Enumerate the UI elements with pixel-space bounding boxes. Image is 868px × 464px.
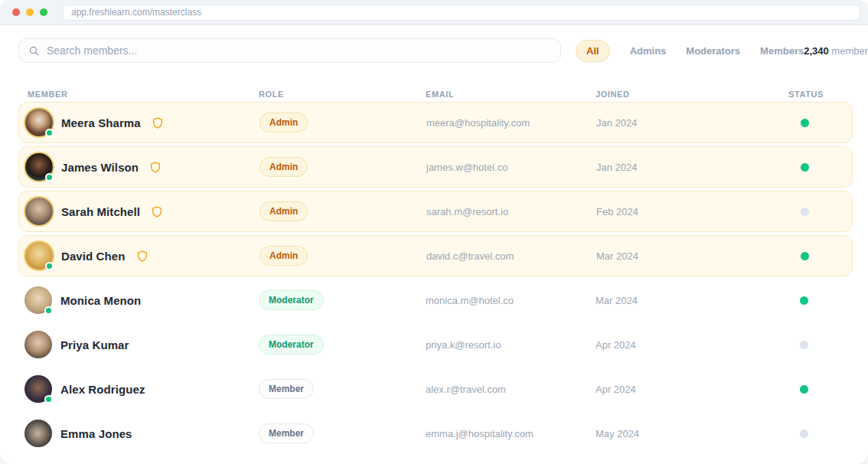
avatar [24, 375, 52, 403]
member-count-label: members [829, 45, 868, 57]
column-header-status: Status [788, 90, 853, 99]
avatar [24, 331, 52, 358]
filter-tab-moderators[interactable]: Moderators [686, 45, 740, 57]
search-icon [28, 45, 40, 57]
minimize-window-button[interactable] [26, 8, 34, 16]
member-joined: Mar 2024 [596, 250, 789, 262]
member-cell: Meera Sharma [19, 109, 259, 136]
member-joined: Feb 2024 [596, 206, 789, 217]
browser-window: app.freshlearn.com/masterclass All Admin… [0, 0, 868, 464]
table-row[interactable]: Sarah Mitchell Admin sarah.m@resort.io F… [18, 191, 853, 232]
address-bar[interactable]: app.freshlearn.com/masterclass [63, 5, 860, 21]
status-dot [801, 207, 809, 216]
member-joined: May 2024 [596, 428, 788, 439]
table-row[interactable]: Emma Jones Member emma.j@hospitality.com… [18, 413, 853, 454]
status-dot [800, 430, 808, 438]
member-name: Alex Rodriguez [60, 383, 145, 396]
close-window-button[interactable] [12, 8, 20, 16]
filter-tab-members[interactable]: Members [760, 45, 804, 57]
maximize-window-button[interactable] [40, 8, 47, 16]
table-row[interactable]: Meera Sharma Admin meera@hospitality.com… [18, 102, 853, 143]
avatar [24, 420, 52, 447]
member-count: 2,340 members [804, 45, 868, 57]
role-badge: Member [259, 379, 314, 399]
member-name: Monica Menon [60, 294, 141, 307]
shield-icon [136, 250, 148, 263]
column-header-member: Member [18, 90, 259, 99]
member-email: sarah.m@resort.io [426, 206, 596, 217]
member-email: alex.r@travel.com [426, 384, 596, 395]
role-badge: Admin [259, 113, 308, 132]
member-joined: Jan 2024 [596, 117, 789, 129]
member-email: james.w@hotel.co [426, 162, 596, 173]
member-name: David Chen [61, 250, 126, 263]
online-indicator [45, 262, 54, 270]
member-joined: Apr 2024 [596, 384, 788, 395]
member-joined: Mar 2024 [596, 295, 788, 306]
table-row[interactable]: David Chen Admin david.c@travel.com Mar … [18, 235, 853, 276]
member-name: Sarah Mitchell [61, 205, 140, 218]
status-dot [800, 296, 808, 305]
avatar [25, 109, 53, 136]
url-text: app.freshlearn.com/masterclass [71, 7, 201, 18]
member-name: Priya Kumar [60, 338, 129, 351]
role-badge: Moderator [259, 335, 324, 355]
member-email: david.c@travel.com [426, 250, 596, 262]
avatar [24, 286, 52, 314]
member-email: monica.m@hotel.co [426, 295, 596, 306]
filter-tab-all[interactable]: All [576, 40, 610, 62]
member-cell: Priya Kumar [18, 331, 259, 358]
role-badge: Member [259, 423, 314, 443]
member-name: Meera Sharma [61, 116, 141, 129]
member-cell: David Chen [19, 242, 259, 270]
member-name: Emma Jones [60, 427, 132, 440]
shield-icon [151, 205, 163, 218]
avatar [25, 153, 53, 181]
member-joined: Jan 2024 [596, 162, 789, 173]
member-cell: Alex Rodriguez [18, 375, 259, 403]
online-indicator [45, 173, 54, 181]
member-name: James Wilson [61, 161, 139, 174]
search-box[interactable] [18, 38, 561, 63]
column-header-email: Email [426, 90, 596, 99]
column-header-role: Role [259, 90, 426, 99]
avatar [25, 198, 53, 225]
member-email: priya.k@resort.io [426, 339, 596, 351]
filter-tabs: All Admins Moderators Members [576, 40, 804, 62]
member-joined: Apr 2024 [596, 339, 788, 351]
role-badge: Moderator [259, 290, 324, 310]
status-dot [801, 252, 809, 260]
table-row[interactable]: Monica Menon Moderator monica.m@hotel.co… [18, 279, 853, 321]
status-dot [801, 119, 809, 127]
member-count-value: 2,340 [804, 45, 829, 57]
status-dot [801, 163, 809, 172]
role-badge: Admin [259, 157, 308, 177]
status-dot [800, 385, 808, 394]
member-cell: Sarah Mitchell [19, 198, 259, 225]
shield-icon [152, 116, 164, 129]
role-badge: Admin [259, 246, 308, 266]
role-badge: Admin [259, 201, 308, 221]
avatar [25, 242, 53, 270]
shield-icon [149, 161, 162, 174]
status-dot [800, 341, 808, 349]
member-cell: Emma Jones [18, 420, 259, 447]
online-indicator [44, 306, 53, 315]
filter-tab-admins[interactable]: Admins [630, 45, 667, 57]
toolbar: All Admins Moderators Members 2,340 memb… [18, 38, 853, 63]
member-email: meera@hospitality.com [426, 117, 596, 129]
table-row[interactable]: James Wilson Admin james.w@hotel.co Jan … [18, 146, 853, 188]
member-cell: Monica Menon [18, 286, 259, 314]
column-header-joined: Joined [596, 90, 788, 99]
browser-chrome: app.freshlearn.com/masterclass [0, 0, 868, 25]
member-cell: James Wilson [19, 153, 259, 181]
online-indicator [45, 129, 54, 137]
page-content: All Admins Moderators Members 2,340 memb… [0, 25, 868, 454]
search-input[interactable] [47, 44, 551, 57]
table-header: Member Role Email Joined Status [18, 90, 853, 99]
table-row[interactable]: Alex Rodriguez Member alex.r@travel.com … [18, 368, 853, 410]
member-email: emma.j@hospitality.com [426, 428, 596, 439]
online-indicator [44, 395, 53, 404]
table-row[interactable]: Priya Kumar Moderator priya.k@resort.io … [18, 324, 853, 365]
